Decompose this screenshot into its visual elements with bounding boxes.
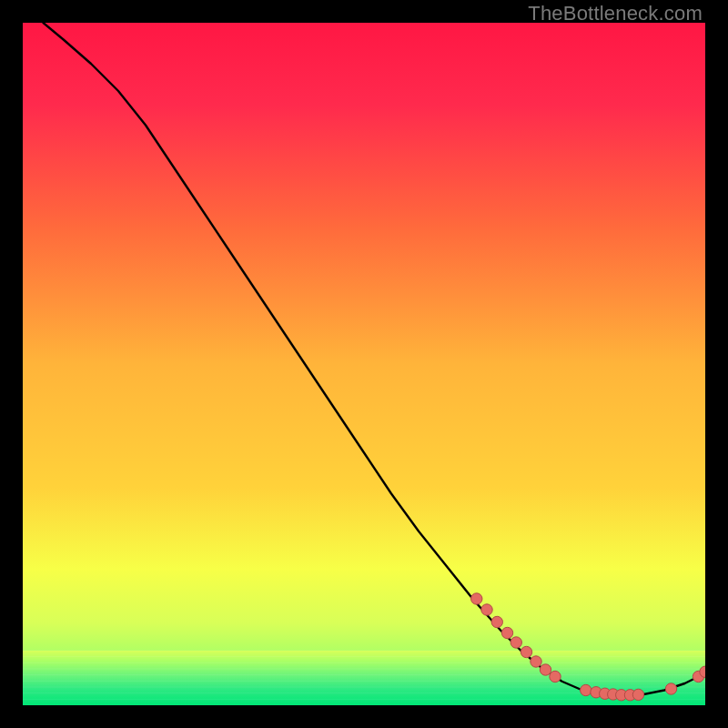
svg-point-13 xyxy=(491,616,502,627)
svg-point-17 xyxy=(531,656,541,667)
svg-point-11 xyxy=(471,593,482,604)
svg-point-20 xyxy=(581,684,592,695)
plot-area xyxy=(23,23,705,705)
chart-svg xyxy=(23,23,705,705)
svg-point-12 xyxy=(481,604,492,615)
svg-point-26 xyxy=(632,689,643,700)
svg-point-15 xyxy=(511,637,521,648)
svg-point-27 xyxy=(665,683,676,694)
svg-point-16 xyxy=(521,646,531,657)
chart-stage: TheBottleneck.com xyxy=(0,0,728,728)
svg-point-18 xyxy=(540,664,551,675)
svg-point-19 xyxy=(550,671,561,682)
svg-point-14 xyxy=(501,627,512,638)
svg-rect-0 xyxy=(23,23,705,705)
